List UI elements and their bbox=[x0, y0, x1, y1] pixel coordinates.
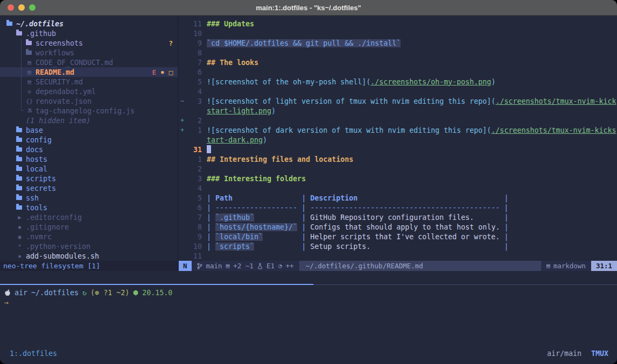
sidebar-item-config[interactable]: config bbox=[0, 135, 178, 145]
folder-icon bbox=[16, 167, 22, 171]
line-text: ### Interesting folders bbox=[207, 175, 306, 183]
file-tree[interactable]: ~/.dotfiles.githubscreenshots?workflows▤… bbox=[0, 16, 178, 261]
editor-lines: 11### Updates109`cd $HOME/.dotfiles && g… bbox=[179, 19, 617, 261]
sidebar-item-gitignore[interactable]: ◆.gitignore bbox=[0, 222, 178, 232]
editor-area[interactable]: 11### Updates109`cd $HOME/.dotfiles && g… bbox=[179, 16, 617, 261]
folder-icon bbox=[26, 51, 32, 55]
star-icon: * bbox=[16, 243, 23, 250]
line-number: 9 bbox=[186, 39, 202, 47]
gear-icon: ⊙ bbox=[26, 88, 33, 95]
statusline-git-info: main ▤ +2 ~1 E1 ◔ ++ bbox=[192, 262, 299, 270]
sidebar-item-hosts[interactable]: hosts bbox=[0, 154, 178, 164]
sidebar-item-docs[interactable]: docs bbox=[0, 145, 178, 154]
clock-icon: ◔ bbox=[278, 262, 282, 269]
sidebar-item-readme-md[interactable]: ▤README.mdE●□ bbox=[0, 67, 178, 77]
sidebar-item-nvmrc[interactable]: ◉.nvmrc bbox=[0, 232, 178, 241]
editor-line[interactable]: 8| `hosts/{hostname}/` | Configs that sh… bbox=[179, 222, 617, 232]
sidebar-item-code-of-conduct-md[interactable]: ▤CODE_OF_CONDUCT.md bbox=[0, 58, 178, 67]
editor-line[interactable]: 7| `.github` | GitHub Repository configu… bbox=[179, 212, 617, 222]
editor-line[interactable]: start-light.png) bbox=[179, 106, 617, 116]
line-text: ### Updates bbox=[207, 20, 254, 28]
sidebar-item-screenshots[interactable]: screenshots? bbox=[0, 38, 178, 48]
editor-line[interactable]: 6| ------------------- | ---------------… bbox=[179, 203, 617, 212]
extra-flags: ++ bbox=[286, 262, 294, 270]
editor-line[interactable]: 10 bbox=[179, 28, 617, 38]
sidebar-item-tools[interactable]: tools bbox=[0, 203, 178, 212]
editor-line[interactable]: 6 bbox=[179, 67, 617, 77]
line-text: | `hosts/{hostname}/` | Configs that sho… bbox=[207, 223, 508, 231]
tree-indent-corner bbox=[21, 110, 24, 111]
tmux-session-name: air/main bbox=[547, 349, 581, 358]
prompt-path: ~/.dotfiles bbox=[31, 289, 79, 297]
line-number: 1 bbox=[186, 126, 202, 134]
sidebar-item-1-hidden-item[interactable]: (1 hidden item) bbox=[0, 116, 178, 125]
sidebar-item-add-submodules-sh[interactable]: ▪add-submodules.sh bbox=[0, 251, 178, 261]
editor-line[interactable]: 4 bbox=[179, 183, 617, 193]
sidebar-item-renovate-json[interactable]: {}renovate.json bbox=[0, 96, 178, 106]
sidebar-item-label: base bbox=[26, 126, 43, 134]
tmux-status-bar: 1:.dotfiles air/main TMUX bbox=[0, 347, 617, 364]
sidebar-item-local[interactable]: local bbox=[0, 164, 178, 174]
editor-line[interactable]: +2 bbox=[179, 116, 617, 125]
editor-line[interactable]: 10| `scripts` | Setup scripts. | bbox=[179, 241, 617, 251]
line-text: tart-dark.png) bbox=[207, 136, 267, 144]
sidebar-item-secrets[interactable]: secrets bbox=[0, 183, 178, 193]
git-state-icon: ⊛ bbox=[95, 289, 99, 297]
editor-line[interactable]: 11 bbox=[179, 251, 617, 261]
editor-line[interactable]: 3### Interesting folders bbox=[179, 174, 617, 183]
titlebar[interactable]: main:1:.dotfiles - "ks~/.dotfiles" bbox=[0, 0, 617, 16]
sidebar-item-python-version[interactable]: *.python-version bbox=[0, 241, 178, 251]
shell-cursor-line: → bbox=[4, 298, 9, 306]
editor-line[interactable]: 1## Interesting files and locations bbox=[179, 154, 617, 164]
sidebar-item-security-md[interactable]: ▤SECURITY.md bbox=[0, 77, 178, 87]
line-number: 11 bbox=[186, 252, 202, 260]
editor-line[interactable]: 2 bbox=[179, 164, 617, 174]
sidebar-item-dotfiles[interactable]: ~/.dotfiles bbox=[0, 19, 178, 28]
sidebar-item-workflows[interactable]: workflows bbox=[0, 48, 178, 58]
file-icon: ▤ bbox=[26, 78, 33, 85]
line-text: `cd $HOME/.dotfiles && git pull && ./ins… bbox=[207, 39, 401, 47]
line-number: 4 bbox=[186, 88, 202, 96]
git-segment: (⊛ ?1 ~2) bbox=[90, 289, 129, 297]
sidebar-item-scripts[interactable]: scripts bbox=[0, 174, 178, 183]
maximize-button[interactable] bbox=[29, 4, 36, 11]
editor-line[interactable]: 4 bbox=[179, 87, 617, 96]
minimize-button[interactable] bbox=[18, 4, 25, 11]
pane-divider[interactable] bbox=[313, 284, 617, 285]
sidebar-item-editorconfig[interactable]: ▶.editorconfig bbox=[0, 212, 178, 222]
line-number: 4 bbox=[186, 184, 202, 192]
sidebar-item-base[interactable]: base bbox=[0, 125, 178, 135]
gitsign-add: + bbox=[180, 126, 186, 134]
editor-line[interactable]: tart-dark.png) bbox=[179, 135, 617, 145]
gitsign-change: ~ bbox=[180, 97, 186, 105]
editor-line[interactable]: 7## The looks bbox=[179, 58, 617, 67]
sidebar-item-ssh[interactable]: ssh bbox=[0, 193, 178, 203]
apple-icon bbox=[4, 289, 11, 296]
editor-line[interactable]: 11### Updates bbox=[179, 19, 617, 28]
sidebar-item-label: renovate.json bbox=[36, 97, 92, 105]
sidebar-item-label: tools bbox=[26, 204, 47, 212]
editor-line[interactable]: 9| `local/bin` | Helper scripts that I'v… bbox=[179, 232, 617, 241]
sidebar-item-label: config bbox=[26, 136, 52, 144]
editor-line[interactable]: 5| Path | Description | bbox=[179, 193, 617, 203]
sidebar-item-label: SECURITY.md bbox=[36, 78, 83, 86]
shell-pane[interactable]: air ~/.dotfiles ↻ (⊛ ?1 ~2) 20.15.0 → bbox=[0, 271, 617, 347]
editor-line[interactable]: 8 bbox=[179, 48, 617, 58]
editor-line[interactable]: 9`cd $HOME/.dotfiles && git pull && ./in… bbox=[179, 38, 617, 48]
file-path: ~/.dotfiles/.github/README.md bbox=[299, 261, 541, 271]
tmux-window-item[interactable]: 1:.dotfiles bbox=[10, 349, 57, 358]
file-icon: ▤ bbox=[26, 59, 33, 66]
line-text bbox=[207, 145, 211, 154]
sidebar-item-tag-changelog-config-js[interactable]: JStag-changelog-config.js bbox=[0, 106, 178, 116]
editor-line[interactable]: ~3![screenshot of light version of tmux … bbox=[179, 96, 617, 106]
sidebar-item-label: screenshots bbox=[36, 39, 83, 47]
editor-line[interactable]: 31 bbox=[179, 145, 617, 154]
close-button[interactable] bbox=[8, 4, 14, 11]
pane-divider-active[interactable] bbox=[0, 284, 313, 285]
line-number: 10 bbox=[186, 30, 202, 38]
ring-icon: ◉ bbox=[16, 233, 23, 240]
sidebar-item-dependabot-yml[interactable]: ⊙dependabot.yml bbox=[0, 87, 178, 96]
sidebar-item-github[interactable]: .github bbox=[0, 28, 178, 38]
editor-line[interactable]: +1![screenshot of dark version of tmux w… bbox=[179, 125, 617, 135]
editor-line[interactable]: 5![screenshot of the oh-my-posh shell](.… bbox=[179, 77, 617, 87]
